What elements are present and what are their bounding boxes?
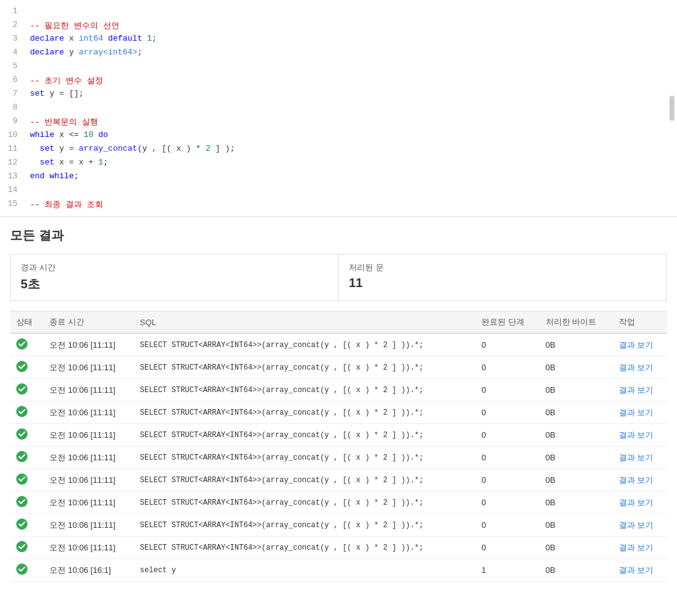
svg-point-4 [16, 428, 28, 440]
code-row: 12 set x = x + 1; [0, 156, 677, 170]
completed-steps-cell: 0 [475, 333, 539, 356]
view-result-link[interactable]: 결과 보기 [619, 408, 654, 417]
table-row: 오전 10:06 [11:11]SELECT STRUCT<ARRAY<INT6… [10, 537, 667, 559]
line-number: 14 [0, 184, 25, 198]
line-number: 8 [0, 101, 25, 115]
code-editor[interactable]: 1 2-- 필요한 변수의 선언3declare x int64 default… [0, 0, 677, 217]
code-row: 1 [0, 5, 677, 19]
code-row: 8 [0, 101, 677, 115]
col-processed-bytes: 처리한 바이트 [539, 311, 613, 334]
end-time-cell: 오전 10:06 [11:11] [43, 469, 134, 492]
view-result-link[interactable]: 결과 보기 [619, 340, 654, 350]
code-row: 15-- 최종 결과 조회 [0, 198, 677, 211]
table-row: 오전 10:06 [11:11]SELECT STRUCT<ARRAY<INT6… [10, 447, 667, 469]
action-cell[interactable]: 결과 보기 [613, 559, 667, 582]
check-icon [16, 541, 28, 552]
line-number: 10 [0, 129, 25, 143]
check-icon [16, 406, 28, 417]
end-time-cell: 오전 10:06 [11:11] [43, 537, 134, 559]
status-cell [10, 379, 43, 401]
scrollbar[interactable] [669, 96, 674, 121]
processed-bytes-cell: 0B [539, 333, 613, 356]
processed-bytes-cell: 0B [539, 559, 613, 582]
completed-steps-cell: 0 [475, 401, 539, 424]
line-number: 15 [0, 198, 25, 211]
svg-point-2 [16, 383, 28, 395]
view-result-link[interactable]: 결과 보기 [619, 498, 654, 507]
action-cell[interactable]: 결과 보기 [613, 492, 667, 514]
completed-steps-cell: 0 [475, 356, 539, 379]
code-row: 10while x <= 10 do [0, 129, 677, 143]
processed-bytes-cell: 0B [539, 401, 613, 424]
view-result-link[interactable]: 결과 보기 [619, 385, 654, 395]
view-result-link[interactable]: 결과 보기 [619, 430, 654, 440]
end-time-cell: 오전 10:06 [11:11] [43, 401, 134, 424]
view-result-link[interactable]: 결과 보기 [619, 565, 654, 575]
code-table: 1 2-- 필요한 변수의 선언3declare x int64 default… [0, 5, 677, 211]
code-content [25, 60, 677, 74]
line-number: 9 [0, 115, 25, 129]
sql-cell: SELECT STRUCT<ARRAY<INT64>>(array_concat… [134, 424, 475, 447]
code-content [25, 5, 677, 19]
svg-point-7 [16, 496, 28, 507]
table-row: 오전 10:06 [16:1]select y10B결과 보기 [10, 559, 667, 582]
sql-cell: select y [134, 559, 475, 582]
code-content: while x <= 10 do [25, 129, 677, 143]
line-number: 7 [0, 88, 25, 101]
svg-point-9 [16, 541, 28, 552]
action-cell[interactable]: 결과 보기 [613, 379, 667, 401]
action-cell[interactable]: 결과 보기 [613, 469, 667, 492]
check-icon [16, 361, 28, 372]
results-title: 모든 결과 [10, 227, 667, 244]
action-cell[interactable]: 결과 보기 [613, 401, 667, 424]
view-result-link[interactable]: 결과 보기 [619, 475, 654, 485]
view-result-link[interactable]: 결과 보기 [619, 363, 654, 372]
view-result-link[interactable]: 결과 보기 [619, 543, 654, 552]
view-result-link[interactable]: 결과 보기 [619, 453, 654, 462]
processed-label: 처리된 문 [349, 262, 656, 273]
status-cell [10, 356, 43, 379]
table-row: 오전 10:06 [11:11]SELECT STRUCT<ARRAY<INT6… [10, 401, 667, 424]
svg-point-6 [16, 473, 28, 485]
completed-steps-cell: 0 [475, 537, 539, 559]
processed-stat: 처리된 문 11 [338, 255, 666, 300]
processed-bytes-cell: 0B [539, 514, 613, 537]
status-cell [10, 424, 43, 447]
col-action: 작업 [613, 311, 667, 334]
code-row: 5 [0, 60, 677, 74]
status-cell [10, 559, 43, 582]
completed-steps-cell: 0 [475, 514, 539, 537]
results-section: 모든 결과 경과 시간 5초 처리된 문 11 상태 종료 시간 SQL 완료된… [0, 217, 677, 582]
svg-point-0 [16, 338, 28, 350]
end-time-cell: 오전 10:06 [11:11] [43, 424, 134, 447]
sql-cell: SELECT STRUCT<ARRAY<INT64>>(array_concat… [134, 537, 475, 559]
sql-cell: SELECT STRUCT<ARRAY<INT64>>(array_concat… [134, 492, 475, 514]
end-time-cell: 오전 10:06 [11:11] [43, 447, 134, 469]
view-result-link[interactable]: 결과 보기 [619, 520, 654, 530]
stats-row: 경과 시간 5초 처리된 문 11 [10, 254, 667, 301]
action-cell[interactable]: 결과 보기 [613, 447, 667, 469]
check-icon [16, 451, 28, 462]
end-time-cell: 오전 10:06 [11:11] [43, 379, 134, 401]
code-content: end while; [25, 170, 677, 184]
code-content: declare y array<int64>; [25, 46, 677, 60]
action-cell[interactable]: 결과 보기 [613, 356, 667, 379]
sql-cell: SELECT STRUCT<ARRAY<INT64>>(array_concat… [134, 447, 475, 469]
action-cell[interactable]: 결과 보기 [613, 333, 667, 356]
code-content: declare x int64 default 1; [25, 33, 677, 46]
elapsed-value: 5초 [21, 276, 328, 293]
completed-steps-cell: 0 [475, 424, 539, 447]
processed-bytes-cell: 0B [539, 447, 613, 469]
action-cell[interactable]: 결과 보기 [613, 424, 667, 447]
end-time-cell: 오전 10:06 [11:11] [43, 514, 134, 537]
action-cell[interactable]: 결과 보기 [613, 537, 667, 559]
svg-point-1 [16, 361, 28, 372]
code-row: 14 [0, 184, 677, 198]
table-row: 오전 10:06 [11:11]SELECT STRUCT<ARRAY<INT6… [10, 469, 667, 492]
table-row: 오전 10:06 [11:11]SELECT STRUCT<ARRAY<INT6… [10, 492, 667, 514]
end-time-cell: 오전 10:06 [11:11] [43, 333, 134, 356]
action-cell[interactable]: 결과 보기 [613, 514, 667, 537]
processed-bytes-cell: 0B [539, 379, 613, 401]
line-number: 4 [0, 46, 25, 60]
table-row: 오전 10:06 [11:11]SELECT STRUCT<ARRAY<INT6… [10, 424, 667, 447]
